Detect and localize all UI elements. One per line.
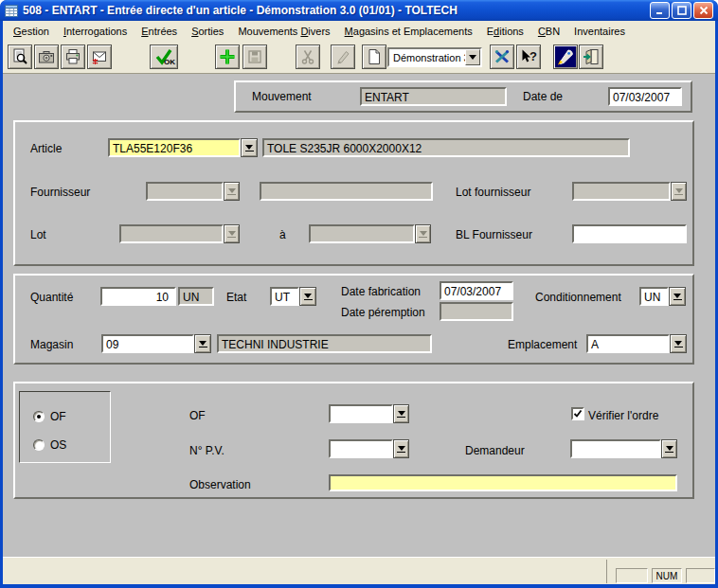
menu-editions[interactable]: Editions [480, 23, 531, 40]
emplacement-lov-button[interactable] [670, 334, 687, 353]
blank-page-icon [366, 48, 383, 65]
preview-icon [11, 48, 28, 65]
order-type-radio-group: OF OS [19, 391, 111, 463]
tools-icon [494, 48, 511, 65]
launch-button[interactable] [553, 45, 578, 69]
checkmark-icon [573, 409, 583, 419]
etat-field[interactable]: UT [270, 287, 299, 306]
lov-arrow-icon [666, 446, 673, 451]
magasin-label: Magasin [30, 338, 73, 351]
validate-ok-button[interactable]: OK [150, 45, 178, 69]
maximize-button[interactable] [672, 2, 691, 19]
lov-arrow-icon [199, 341, 206, 346]
lov-arrow-icon [245, 145, 253, 150]
help-cursor-icon: ? [520, 48, 537, 65]
radio-os[interactable] [33, 439, 45, 451]
menu-inventaires[interactable]: Inventaires [567, 23, 633, 40]
lot-label: Lot [30, 228, 46, 241]
app-icon [5, 4, 19, 18]
demandeur-label: Demandeur [465, 444, 525, 457]
conditionnement-field[interactable]: UN [639, 287, 669, 306]
lov-arrow-icon [398, 411, 405, 416]
mouvement-field: ENTART [360, 87, 507, 106]
new-page-button[interactable] [362, 45, 386, 69]
observation-field[interactable] [329, 474, 677, 491]
npv-lov-button[interactable] [393, 439, 409, 458]
lot-fournisseur-label: Lot fournisseur [456, 186, 530, 199]
save-button-disabled [242, 45, 267, 69]
article-label: Article [30, 142, 62, 155]
npv-field[interactable] [329, 439, 393, 458]
conditionnement-lov-button[interactable] [669, 287, 686, 306]
menu-sorties[interactable]: Sorties [185, 23, 231, 40]
context-help-button[interactable]: ? [516, 45, 541, 69]
order-group: OF OS OF Vérifier l'ordre N° P.V. Demand… [13, 382, 694, 499]
preview-button[interactable] [8, 45, 32, 69]
verifier-ordre-label: Vérifier l'ordre [588, 409, 658, 422]
exit-door-icon [583, 48, 600, 65]
window-title: 508 - ENTART - Entrée directe d'un artic… [23, 4, 458, 17]
mail-button[interactable] [87, 45, 112, 69]
magasin-code-field[interactable]: 09 [101, 334, 194, 353]
date-fabrication-field[interactable]: 07/03/2007 [440, 281, 513, 300]
etat-lov-button[interactable] [299, 287, 316, 306]
close-button[interactable] [693, 2, 713, 19]
quantity-group: Quantité 10 UN Etat UT Date fabrication … [13, 274, 694, 365]
add-button[interactable] [215, 45, 240, 69]
fournisseur-name-field [260, 182, 433, 201]
date-de-field[interactable]: 07/03/2007 [608, 87, 682, 106]
context-selector-value: Démonstration 3 [393, 52, 470, 63]
menu-interrogations[interactable]: Interrogations [57, 23, 135, 40]
lot-de-lov-button [224, 224, 240, 243]
article-description-field: TOLE S235JR 6000X2000X12 [262, 138, 630, 157]
statusbar-panel-1 [616, 568, 648, 583]
exit-button[interactable] [579, 45, 603, 69]
menu-gestion[interactable]: Gestion [7, 23, 57, 40]
of-label: OF [189, 409, 206, 422]
header-group: Mouvement ENTART Date de 07/03/2007 [234, 80, 692, 113]
lot-a-lov-button [415, 224, 431, 243]
toolbar: OK [3, 41, 715, 74]
of-lov-button[interactable] [393, 404, 409, 423]
tools-button[interactable] [490, 45, 514, 69]
etat-label: Etat [226, 291, 246, 304]
ok-label: OK [164, 58, 175, 66]
lot-fournisseur-lov-button [671, 182, 687, 201]
menu-cbn[interactable]: CBN [531, 23, 567, 40]
demandeur-field[interactable] [570, 439, 661, 458]
lot-a-label: à [279, 228, 286, 241]
verifier-ordre-checkbox[interactable] [571, 407, 584, 420]
form-area: Mouvement ENTART Date de 07/03/2007 Arti… [3, 74, 715, 557]
demandeur-lov-button[interactable] [661, 439, 677, 458]
camera-button[interactable] [34, 45, 59, 69]
minimize-icon [655, 6, 665, 15]
article-lov-button[interactable] [241, 138, 258, 157]
menu-mouvements-divers[interactable]: Mouvements Divers [231, 23, 337, 40]
bl-fournisseur-field[interactable] [572, 224, 687, 243]
print-button[interactable] [61, 45, 85, 69]
context-selector-arrow[interactable] [465, 49, 480, 65]
bl-fournisseur-label: BL Fournisseur [456, 228, 532, 241]
magasin-lov-button[interactable] [194, 334, 211, 353]
fournisseur-code-field [146, 182, 224, 201]
radio-of[interactable] [33, 411, 45, 422]
maximize-icon [677, 6, 687, 15]
menu-entrees[interactable]: Entrées [135, 23, 185, 40]
article-code-field[interactable]: TLA55E120F36 [108, 138, 241, 157]
lov-arrow-icon [228, 188, 236, 193]
title-bar: 508 - ENTART - Entrée directe d'un artic… [0, 0, 718, 21]
observation-label: Observation [189, 478, 251, 491]
close-icon [699, 6, 709, 15]
quantite-label: Quantité [30, 291, 73, 304]
emplacement-field[interactable]: A [586, 334, 670, 353]
lot-de-field [119, 224, 224, 243]
of-field[interactable] [329, 404, 393, 423]
context-selector[interactable]: Démonstration 3 [387, 47, 482, 67]
date-de-label: Date de [523, 90, 563, 103]
menu-magasins-emplacements[interactable]: Magasins et Emplacements [338, 23, 480, 40]
save-icon [246, 48, 263, 65]
quantite-field[interactable]: 10 [100, 287, 176, 306]
fournisseur-label: Fournisseur [30, 186, 90, 199]
minimize-button[interactable] [650, 2, 670, 19]
emplacement-label: Emplacement [508, 338, 577, 351]
